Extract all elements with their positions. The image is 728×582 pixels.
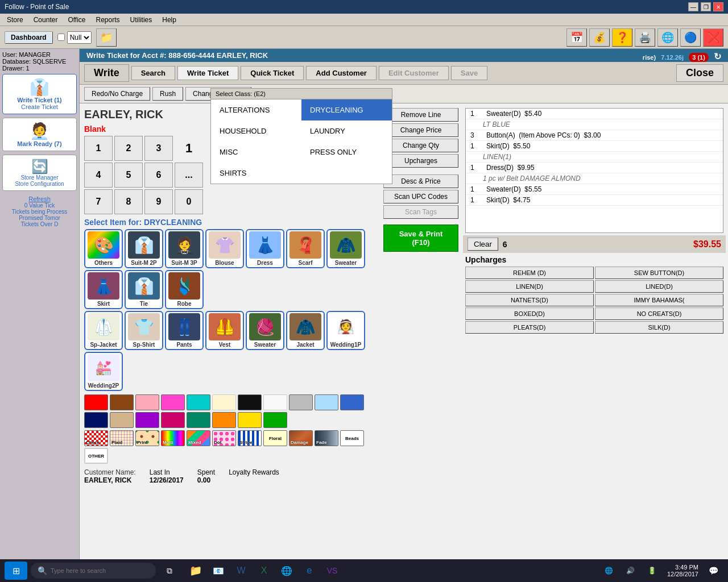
- desc-price-btn[interactable]: Desc & Price: [383, 174, 458, 188]
- notification-btn[interactable]: 💬: [703, 560, 723, 581]
- color-red[interactable]: [84, 394, 108, 410]
- numpad-1[interactable]: 1: [84, 136, 113, 161]
- color-black[interactable]: [238, 394, 262, 410]
- dropdown-misc[interactable]: MISC: [211, 142, 301, 163]
- color-navy[interactable]: [84, 412, 108, 428]
- change-price-btn[interactable]: Change Price: [383, 123, 458, 137]
- dropdown-press-only[interactable]: PRESS ONLY: [301, 142, 392, 163]
- pattern-dot[interactable]: Dot: [212, 430, 236, 446]
- item-scarf[interactable]: 🧣 Scarf: [286, 229, 325, 268]
- close-btn[interactable]: ✕: [713, 2, 723, 11]
- sidebar-item-mark-ready[interactable]: 🧑‍💼 Mark Ready (7): [2, 118, 77, 151]
- sidebar-item-write-ticket[interactable]: 👔 Write Ticket (1) Create Ticket: [2, 74, 77, 114]
- menu-store[interactable]: Store: [2, 15, 28, 25]
- color-green[interactable]: [263, 412, 287, 428]
- window-controls[interactable]: — ❐ ✕: [688, 2, 723, 11]
- color-teal[interactable]: [187, 412, 210, 428]
- color-bluelight[interactable]: [315, 394, 338, 410]
- upcharge-natnets[interactable]: NATNETS(D): [465, 294, 594, 306]
- taskbar-explorer[interactable]: 📁: [185, 560, 206, 581]
- color-white[interactable]: [263, 394, 287, 410]
- pattern-beads[interactable]: Beads: [340, 430, 364, 446]
- menu-office[interactable]: Office: [63, 15, 90, 25]
- color-pink[interactable]: [161, 394, 185, 410]
- tab-quick-ticket[interactable]: Quick Ticket: [241, 66, 304, 80]
- item-sweater-row1[interactable]: 🧥 Sweater: [326, 229, 365, 268]
- taskbar-excel[interactable]: X: [254, 560, 274, 581]
- item-suit-m3p[interactable]: 🤵 Suit-M 3P: [165, 229, 204, 268]
- dropdown-alterations[interactable]: ALTERATIONS: [211, 99, 301, 120]
- color-pinklight[interactable]: [135, 394, 159, 410]
- item-blouse[interactable]: 👚 Blouse: [205, 229, 244, 268]
- pattern-mixed[interactable]: Mixed: [187, 430, 210, 446]
- item-robe[interactable]: 🩱 Robe: [165, 270, 204, 309]
- pattern-other[interactable]: OTHER: [84, 448, 108, 464]
- sidebar-item-store-manager[interactable]: 🔄 Store Manager Store Configuration: [2, 155, 77, 191]
- upcharge-linen[interactable]: LINEN(D): [465, 280, 594, 293]
- remove-line-btn[interactable]: Remove Line: [383, 108, 458, 122]
- rush-btn[interactable]: Rush: [152, 87, 183, 101]
- numpad-7[interactable]: 7: [84, 189, 113, 214]
- color-yellow[interactable]: [238, 412, 262, 428]
- dashboard-button[interactable]: Dashboard: [5, 31, 53, 44]
- pattern-stripe[interactable]: Stripe: [238, 430, 262, 446]
- create-ticket-label[interactable]: Create Ticket: [6, 103, 73, 110]
- pattern-check[interactable]: Check: [84, 430, 108, 446]
- color-cream[interactable]: [212, 394, 236, 410]
- pattern-print[interactable]: Print: [135, 430, 159, 446]
- internet-icon-btn[interactable]: 🌐: [657, 28, 678, 47]
- clear-btn[interactable]: Clear: [468, 238, 498, 251]
- item-skirt[interactable]: 👗 Skirt: [84, 270, 123, 309]
- menu-reports[interactable]: Reports: [92, 15, 125, 25]
- numpad-0[interactable]: 0: [175, 189, 203, 214]
- item-wedding2p[interactable]: 💒 Wedding2P: [84, 352, 123, 391]
- numpad-8[interactable]: 8: [114, 189, 143, 214]
- dropdown-drycleaning[interactable]: DRYCLEANING: [301, 99, 392, 120]
- scan-upc-btn[interactable]: Scan UPC Codes: [383, 190, 458, 203]
- scan-tags-btn[interactable]: Scan Tags: [383, 205, 458, 219]
- menu-counter[interactable]: Counter: [29, 15, 63, 25]
- taskbar-network[interactable]: 🌐: [599, 560, 619, 581]
- start-button[interactable]: ⊞: [5, 562, 27, 580]
- upcharge-lined[interactable]: LINED(D): [595, 280, 723, 293]
- redo-no-charge-btn[interactable]: Redo/No Charge: [84, 87, 150, 101]
- upcharge-no-creats[interactable]: NO CREATS(D): [595, 307, 723, 320]
- pattern-damage[interactable]: Damage: [289, 430, 313, 446]
- globe-icon-btn[interactable]: 🔵: [680, 28, 701, 47]
- save-print-btn[interactable]: Save & Print (F10): [383, 225, 458, 252]
- color-tan[interactable]: [110, 412, 134, 428]
- tab-write[interactable]: Write: [84, 64, 129, 82]
- null-selector[interactable]: Null: [57, 31, 92, 44]
- help-icon-btn[interactable]: ❓: [612, 28, 632, 47]
- register-icon-btn[interactable]: 💰: [589, 28, 610, 47]
- numpad-ellipsis[interactable]: ...: [175, 163, 203, 188]
- taskbar-outlook[interactable]: 📧: [208, 560, 229, 581]
- dropdown-household[interactable]: HOUSEHOLD: [211, 120, 301, 142]
- calendar-icon-btn[interactable]: 📅: [566, 28, 587, 47]
- numpad-4[interactable]: 4: [84, 163, 113, 188]
- tab-write-ticket[interactable]: Write Ticket: [177, 66, 238, 80]
- tab-edit-customer[interactable]: Edit Customer: [379, 66, 449, 80]
- upcharge-rehem[interactable]: REHEM (D): [465, 267, 594, 279]
- numpad-6[interactable]: 6: [144, 163, 173, 188]
- item-tie[interactable]: 👔 Tie: [125, 270, 163, 309]
- refresh-link[interactable]: Refresh: [2, 196, 77, 202]
- item-sp-jacket[interactable]: 🥼 Sp-Jacket: [84, 311, 123, 350]
- item-vest[interactable]: 🦺 Vest: [205, 311, 244, 350]
- item-others[interactable]: 🎨 Others: [84, 229, 123, 268]
- taskbar-search-area[interactable]: 🔍: [31, 563, 156, 579]
- item-pants[interactable]: 👖 Pants: [165, 311, 204, 350]
- refresh-icon[interactable]: ↻: [714, 52, 721, 61]
- tab-search[interactable]: Search: [131, 66, 175, 80]
- minimize-btn[interactable]: —: [688, 2, 698, 11]
- numpad-5[interactable]: 5: [114, 163, 143, 188]
- color-brown[interactable]: [110, 394, 134, 410]
- print-icon-btn[interactable]: 🖨️: [635, 28, 655, 47]
- item-wedding1p[interactable]: 👰 Wedding1P: [326, 311, 365, 350]
- taskbar-edge[interactable]: e: [299, 560, 320, 581]
- taskbar-search-input[interactable]: [51, 567, 136, 574]
- change-qty-btn[interactable]: Change Qty: [383, 139, 458, 152]
- tab-save[interactable]: Save: [451, 66, 487, 80]
- color-orange[interactable]: [212, 412, 236, 428]
- item-dress[interactable]: 👗 Dress: [246, 229, 284, 268]
